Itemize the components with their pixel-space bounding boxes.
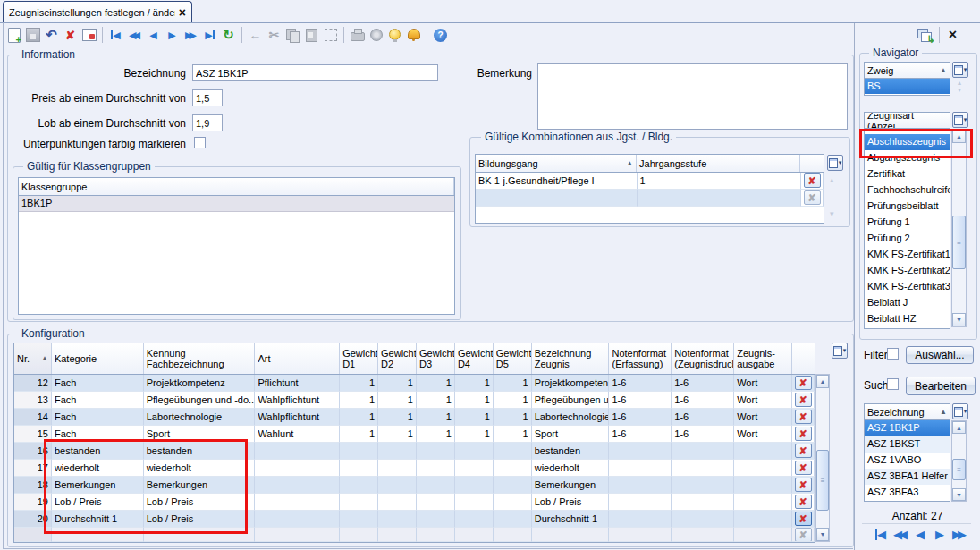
zweig-item[interactable]: BS <box>865 79 950 94</box>
suche-checkbox[interactable] <box>887 378 899 390</box>
zeugnisart-item[interactable]: Beiblatt HZ <box>865 311 950 327</box>
col-header-kategorie[interactable]: Kategorie <box>52 343 144 374</box>
unterpunktungen-checkbox[interactable] <box>194 137 206 148</box>
scroll-down-button[interactable]: ▼ <box>952 488 966 501</box>
fast-prior-button[interactable]: ◀◀ <box>891 527 909 542</box>
delete-row-button[interactable]: ✘ <box>795 427 812 441</box>
col-header-gewicht-d1[interactable]: Gewicht D1 <box>340 343 378 374</box>
cell-bezeichnung-zeugnis: wiederholt <box>532 460 610 477</box>
prior-record-button[interactable]: ◀ <box>911 527 929 542</box>
next-record-button[interactable]: ▶ <box>931 527 949 542</box>
zeugnisart-item[interactable]: Prüfungsbeiblatt <box>865 199 950 215</box>
konfiguration-scrollbar[interactable]: ▲ ≡ ▼ <box>815 374 830 542</box>
scroll-thumb[interactable]: ≡ <box>952 216 966 269</box>
scroll-up-button[interactable]: ▲ <box>816 375 829 388</box>
scroll-down-button[interactable]: ▼ <box>952 313 966 326</box>
zeugnisart-item[interactable]: KMK FS-Zertifikat2 <box>865 263 950 279</box>
column-picker-button[interactable]: ▾ <box>827 155 843 171</box>
grid-glyph <box>954 115 963 125</box>
zeugnisart-item[interactable]: KMK FS-Zertifikat3 <box>865 279 950 295</box>
filter-checkbox[interactable] <box>887 348 899 360</box>
col-header-notenformat-zeugnisdruck[interactable]: Notenformat (Zeugnisdruck) <box>672 343 734 374</box>
col-header-zeugnisart[interactable]: Zeugnisart (Anzei... <box>865 113 950 128</box>
col-header-bezeichnung[interactable]: Bezeichnung▲ <box>865 404 950 419</box>
scroll-thumb[interactable]: ≡ <box>816 450 829 511</box>
cell-empty <box>255 528 340 542</box>
cell-gewicht-d4 <box>455 477 494 494</box>
delete-row-button[interactable]: ✘ <box>795 512 812 526</box>
zeugnisart-item[interactable]: Prüfung 2 <box>865 231 950 247</box>
bezeichnung-item[interactable]: ASZ 1BKST <box>865 436 950 453</box>
cell-gewicht-d4 <box>455 494 494 511</box>
zeugnisart-item[interactable]: Prüfung 1 <box>865 215 950 231</box>
column-picker-button[interactable]: ▾ <box>952 112 968 128</box>
close-panel-icon[interactable]: × <box>943 26 962 44</box>
scroll-up-button[interactable]: ▲ <box>952 130 966 143</box>
delete-row-button[interactable]: ✘ <box>795 461 812 475</box>
detach-window-icon[interactable]: ↳ <box>916 26 935 44</box>
zeugnisart-item[interactable]: KMK FS-Zertifikat1 <box>865 247 950 263</box>
delete-cell: ✘ <box>792 494 815 511</box>
col-header-zweig[interactable]: Zweig▲ <box>865 63 950 78</box>
delete-row-button[interactable]: ✘ <box>795 410 812 424</box>
bezeichnung-item[interactable]: ASZ 3BFA1 Helfer <box>865 469 950 485</box>
col-header-gewicht-d5[interactable]: Gewicht D5 <box>494 343 532 374</box>
klassengruppe-item[interactable]: 1BK1P <box>19 196 454 212</box>
filter-select-button[interactable]: Auswähl... <box>906 346 974 364</box>
zeugnisart-item[interactable]: Fachhochschulreife <box>865 182 950 199</box>
cell-gewicht-d4 <box>455 511 494 528</box>
tab-bar: Zeugniseinstellungen festlegen / ändern … <box>0 0 980 23</box>
col-header-bildungsgang[interactable]: Bildungsgang▲ <box>476 155 637 172</box>
bezeichnung-item[interactable]: ASZ 1BK1P <box>865 420 950 436</box>
cell-kategorie: bestanden <box>52 443 144 460</box>
column-picker-button[interactable]: ▾ <box>832 343 848 359</box>
first-record-button[interactable]: ◀ <box>872 527 890 542</box>
cell-notenformat-erfassung: 1-6 <box>609 375 672 392</box>
delete-row-button[interactable]: ✘ <box>795 478 812 492</box>
bemerkung-textarea[interactable] <box>537 63 848 130</box>
delete-cell: ✘ <box>801 173 824 190</box>
tab-zeugniseinstellungen[interactable]: Zeugniseinstellungen festlegen / ändern … <box>3 1 192 22</box>
bezeichnung-item[interactable]: ASZ 3BFA3 <box>865 485 950 501</box>
delete-row-button[interactable]: ✘ <box>795 444 812 458</box>
col-header-art[interactable]: Art <box>255 343 340 374</box>
sort-asc-icon: ▲ <box>940 65 947 76</box>
col-header-klassengruppe[interactable]: Klassengruppe <box>19 178 454 195</box>
col-header-gewicht-d4[interactable]: Gewicht D4 <box>455 343 494 374</box>
delete-cell: ✘ <box>801 190 824 207</box>
col-header-kennung[interactable]: Kennung Fachbezeichnung <box>144 343 256 374</box>
suche-edit-button[interactable]: Bearbeiten <box>906 377 976 395</box>
column-picker-button[interactable]: ▾ <box>952 62 968 78</box>
zeugnisart-item[interactable]: Abgangszeugnis <box>865 150 950 166</box>
col-header-gewicht-d2[interactable]: Gewicht D2 <box>378 343 417 374</box>
zeugnisart-item[interactable]: Zertifikat <box>865 166 950 182</box>
column-picker-button[interactable]: ▾ <box>952 403 968 419</box>
klassengruppen-group-title: Gültig für Klassengruppen <box>23 160 155 173</box>
col-header-zeugnisausgabe[interactable]: Zeugnis- ausgabe <box>734 343 792 374</box>
bezeichnung-input[interactable] <box>192 64 438 81</box>
scroll-down-button[interactable]: ▼ <box>816 528 829 541</box>
lob-input[interactable] <box>192 114 223 131</box>
preis-input[interactable] <box>192 89 223 106</box>
delete-row-button[interactable]: ✘ <box>795 495 812 509</box>
delete-row-button[interactable]: ✘ <box>804 173 821 188</box>
bezeichnung-item[interactable]: ASZ 1VABO <box>865 453 950 469</box>
col-header-notenformat-erfassung[interactable]: Notenformat (Erfassung) <box>609 343 672 374</box>
zeugnisart-item[interactable]: Beiblatt J <box>865 295 950 311</box>
fast-next-button[interactable]: ▶▶ <box>950 527 968 542</box>
scroll-up-button[interactable]: ▲ <box>952 421 966 434</box>
bezeichnung-scrollbar[interactable]: ▲ ≡ ▼ <box>951 420 967 502</box>
scroll-thumb[interactable]: ≡ <box>952 459 966 480</box>
col-header-jahrgangsstufe[interactable]: Jahrgangsstufe <box>637 155 800 172</box>
cell-kategorie: Durchschnitt 1 <box>52 511 144 528</box>
zeugnisart-item[interactable]: Abschlusszeugnis <box>865 134 950 150</box>
tab-close-icon[interactable]: × <box>179 7 186 18</box>
zweig-body: BS <box>865 79 950 94</box>
delete-row-button[interactable]: ✘ <box>795 376 812 390</box>
zeugnisart-scrollbar[interactable]: ▲ ≡ ▼ <box>951 129 967 327</box>
col-header-gewicht-d3[interactable]: Gewicht D3 <box>417 343 455 374</box>
col-header-nr[interactable]: Nr.▲ <box>14 343 52 374</box>
delete-row-button[interactable]: ✘ <box>795 393 812 407</box>
col-header-bezeichnung-zeugnis[interactable]: Bezeichnung Zeugnis <box>532 343 610 374</box>
cell-notenformat-erfassung: 1-6 <box>609 392 672 409</box>
